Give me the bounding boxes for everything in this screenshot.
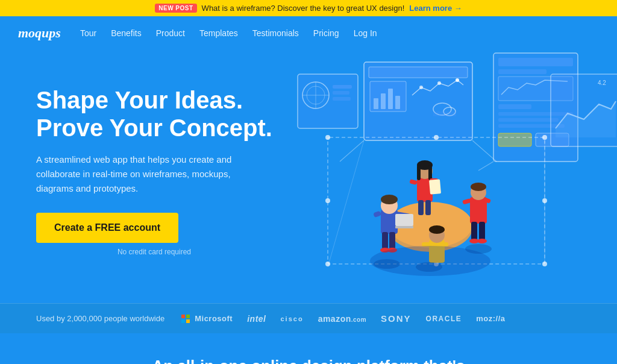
svg-point-35 [542,135,547,140]
cisco-logo: cisco [280,315,303,322]
nav-tour[interactable]: Tour [80,28,96,38]
svg-rect-4 [381,93,386,109]
svg-point-7 [419,86,423,89]
logo[interactable]: moqups [18,25,61,41]
svg-rect-80 [422,242,430,246]
svg-text:4.2: 4.2 [598,80,606,86]
svg-point-49 [381,195,398,204]
hero-description: A streamlined web app that helps you cre… [36,152,253,196]
svg-rect-3 [374,98,378,109]
svg-point-70 [471,183,486,191]
tagline: An all-in-one online design platform tha… [36,355,581,364]
svg-rect-65 [409,179,417,185]
new-post-badge: NEW POST [155,4,196,13]
svg-rect-62 [428,165,432,180]
cta-button[interactable]: Create a FREE account [36,213,178,243]
svg-rect-54 [373,211,381,218]
hero-left: Shape Your Ideas. Prove Your Concept. A … [36,74,272,256]
company-logos: Microsoft intel cisco amazon.com SONY OR… [181,313,505,324]
nav-benefits[interactable]: Benefits [111,28,142,38]
no-credit-card-text: No credit card required [36,248,272,256]
svg-line-42 [340,140,364,162]
svg-rect-19 [498,118,559,122]
svg-point-74 [477,239,487,243]
sony-logo: SONY [381,313,412,324]
announcement-text: What is a wireframe? Discover the key to… [202,4,405,13]
nav-testimonials[interactable]: Testimonials [252,28,299,38]
svg-rect-15 [498,69,547,74]
microsoft-logo: Microsoft [181,314,233,324]
svg-rect-51 [389,232,395,249]
oracle-logo: ORACLE [426,315,462,323]
svg-rect-17 [498,104,531,109]
svg-rect-67 [429,179,441,194]
svg-point-85 [370,246,490,276]
nav-pricing[interactable]: Pricing [313,28,339,38]
svg-line-44 [478,162,493,171]
svg-point-40 [325,198,330,203]
svg-rect-21 [498,133,531,146]
social-proof-bar: Used by 2,000,000 people worldwide Micro… [0,303,617,333]
svg-point-38 [434,135,439,140]
nav-templates[interactable]: Templates [199,28,238,38]
mozilla-logo: moz://a [476,314,505,323]
svg-point-8 [437,81,441,85]
intel-logo: intel [247,314,266,324]
svg-rect-30 [333,85,352,89]
svg-rect-12 [433,111,456,116]
hero-illustration: 4.2 [280,50,617,297]
svg-rect-81 [440,242,448,246]
announcement-bar: NEW POST What is a wireframe? Discover t… [0,0,617,16]
hero-section: Shape Your Ideas. Prove Your Concept. A … [0,50,617,303]
svg-rect-32 [333,97,351,101]
hero-title: Shape Your Ideas. Prove Your Concept. [36,86,272,142]
svg-line-43 [472,140,496,162]
svg-rect-71 [471,222,477,240]
nav-links: Tour Benefits Product Templates Testimon… [80,28,377,39]
navbar: moqups Tour Benefits Product Templates T… [0,16,617,50]
svg-rect-50 [382,232,388,249]
svg-rect-14 [498,58,573,66]
svg-line-86 [328,140,364,267]
svg-rect-6 [395,96,400,109]
social-proof-text: Used by 2,000,000 people worldwide [36,314,164,323]
svg-rect-72 [479,222,485,240]
svg-rect-56 [395,214,413,226]
learn-more-link[interactable]: Learn more → [409,4,462,13]
svg-rect-31 [333,91,349,95]
svg-point-9 [456,78,459,82]
svg-rect-64 [425,200,431,215]
amazon-logo: amazon.com [318,314,366,324]
nav-product[interactable]: Product [156,28,185,38]
svg-rect-5 [388,89,393,109]
svg-point-79 [429,225,445,234]
svg-rect-57 [395,226,413,228]
nav-login[interactable]: Log In [354,28,377,38]
svg-rect-63 [418,200,424,215]
svg-point-34 [325,135,330,140]
svg-rect-61 [417,165,421,180]
svg-rect-1 [369,67,468,78]
svg-point-36 [325,262,330,266]
bottom-tagline: An all-in-one online design platform tha… [0,333,617,364]
